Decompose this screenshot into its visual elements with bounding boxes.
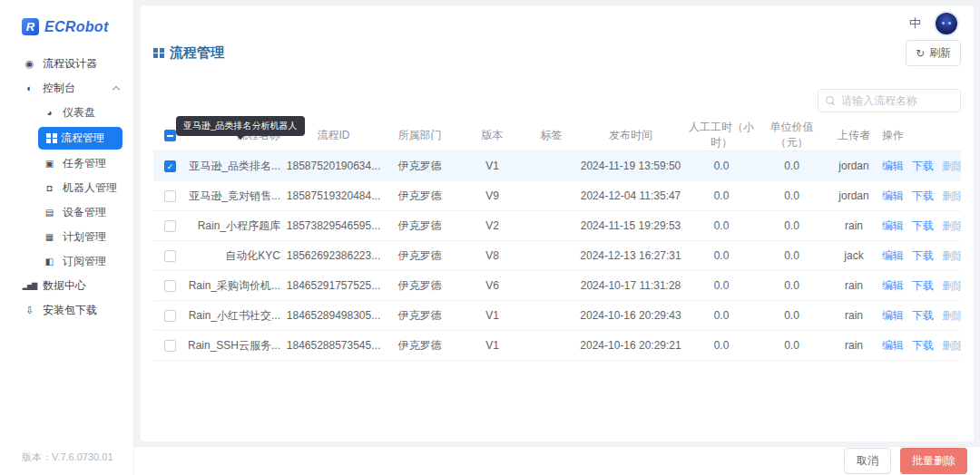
sidebar-item-plan-management[interactable]: ▦ 计划管理 bbox=[0, 225, 133, 249]
edit-link[interactable]: 编辑 bbox=[882, 309, 904, 322]
version-label: 版本：V.7.6.0730.01 bbox=[22, 451, 113, 464]
sidebar-item-package-download[interactable]: ⇩ 安装包下载 bbox=[0, 298, 133, 323]
delete-link[interactable]: 删除 bbox=[942, 219, 961, 232]
cell-dept: 伊克罗德 bbox=[381, 241, 458, 271]
cell-version: V8 bbox=[458, 241, 526, 271]
download-link[interactable]: 下载 bbox=[912, 160, 934, 172]
download-link[interactable]: 下载 bbox=[912, 249, 934, 262]
cell-unit-value: 0.0 bbox=[758, 271, 826, 301]
cell-uploader: rain bbox=[826, 211, 882, 241]
sidebar-item-label: 设备管理 bbox=[63, 205, 106, 220]
cell-labor-hours: 0.0 bbox=[685, 211, 758, 241]
robot-icon: ◘ bbox=[44, 184, 55, 193]
edit-link[interactable]: 编辑 bbox=[882, 249, 904, 262]
grid-icon bbox=[46, 133, 51, 138]
cell-dept: 伊克罗德 bbox=[381, 151, 458, 181]
col-header-uploader: 上传者 bbox=[826, 120, 882, 151]
row-checkbox[interactable] bbox=[164, 250, 176, 262]
cell-uploader: jordan bbox=[826, 151, 882, 181]
cell-version: V1 bbox=[458, 151, 526, 181]
row-checkbox[interactable] bbox=[164, 280, 176, 292]
sidebar-item-dashboard[interactable]: ◕ 仪表盘 bbox=[0, 101, 133, 125]
table-row: 自动化KYC 18562692386223... 伊克罗德 V8 2024-12… bbox=[153, 241, 961, 271]
sidebar: R ECRobot ◉ 流程设计器 ◐ 控制台 ◕ 仪表盘 流程管理 ▣ 任务管… bbox=[0, 0, 134, 475]
table-row: Rain_采购询价机... 18465291757525... 伊克罗德 V6 … bbox=[153, 271, 961, 301]
cell-publish-time: 2024-10-16 20:29:21 bbox=[576, 331, 685, 361]
cell-unit-value: 0.0 bbox=[758, 151, 826, 181]
bar-chart-icon: ▂▅▇ bbox=[24, 283, 35, 290]
delete-link[interactable]: 删除 bbox=[942, 160, 961, 172]
edit-link[interactable]: 编辑 bbox=[882, 160, 904, 172]
row-checkbox[interactable] bbox=[164, 220, 176, 232]
search-box bbox=[818, 89, 961, 112]
delete-link[interactable]: 删除 bbox=[942, 279, 961, 292]
language-toggle[interactable]: 中 bbox=[909, 15, 921, 32]
sidebar-item-process-management[interactable]: 流程管理 bbox=[38, 127, 122, 150]
download-link[interactable]: 下载 bbox=[912, 339, 934, 352]
sidebar-item-label: 流程管理 bbox=[61, 131, 104, 146]
tooltip-text: 亚马逊_品类排名分析机器人 bbox=[183, 121, 298, 131]
download-link[interactable]: 下载 bbox=[912, 189, 934, 202]
edit-link[interactable]: 编辑 bbox=[882, 189, 904, 202]
cell-version: V2 bbox=[458, 211, 526, 241]
cell-labor-hours: 0.0 bbox=[685, 241, 758, 271]
compass-icon: ◉ bbox=[24, 59, 35, 69]
cell-unit-value: 0.0 bbox=[758, 211, 826, 241]
sidebar-item-data-center[interactable]: ▂▅▇ 数据中心 bbox=[0, 274, 133, 298]
process-table: 流程名称 流程ID 所属部门 版本 标签 发布时间 人工工时（小时） 单位价值（… bbox=[153, 120, 961, 361]
cell-id: 18465288573545... bbox=[286, 331, 381, 361]
grid-icon bbox=[153, 48, 158, 53]
sidebar-item-subscription-management[interactable]: ◧ 订阅管理 bbox=[0, 249, 133, 274]
delete-link[interactable]: 删除 bbox=[942, 339, 961, 352]
sidebar-item-console[interactable]: ◐ 控制台 bbox=[0, 76, 133, 101]
row-checkbox[interactable] bbox=[164, 160, 176, 172]
refresh-icon: ↻ bbox=[916, 48, 925, 59]
sidebar-nav: ◉ 流程设计器 ◐ 控制台 ◕ 仪表盘 流程管理 ▣ 任务管理 ◘ 机器人管理 … bbox=[0, 52, 133, 323]
row-checkbox[interactable] bbox=[164, 310, 176, 322]
sidebar-item-process-designer[interactable]: ◉ 流程设计器 bbox=[0, 52, 133, 76]
subscription-icon: ◧ bbox=[44, 257, 55, 267]
search-row bbox=[153, 89, 961, 112]
row-checkbox[interactable] bbox=[164, 190, 176, 202]
sidebar-item-device-management[interactable]: ▤ 设备管理 bbox=[0, 200, 133, 225]
row-name-tooltip: 亚马逊_品类排名分析机器人 bbox=[176, 116, 305, 136]
cell-uploader: jack bbox=[826, 241, 882, 271]
col-header-actions: 操作 bbox=[882, 120, 961, 151]
page-title-text: 流程管理 bbox=[170, 44, 224, 62]
refresh-button[interactable]: ↻ 刷新 bbox=[906, 40, 961, 66]
download-link[interactable]: 下载 bbox=[912, 279, 934, 292]
cell-tag bbox=[526, 301, 576, 331]
refresh-button-label: 刷新 bbox=[929, 45, 951, 61]
search-input[interactable] bbox=[841, 94, 953, 107]
cell-publish-time: 2024-12-13 16:27:31 bbox=[576, 241, 685, 271]
cell-labor-hours: 0.0 bbox=[685, 181, 758, 211]
cell-name: Rain_小红书社交... bbox=[186, 301, 286, 331]
cell-publish-time: 2024-11-15 19:29:53 bbox=[576, 211, 685, 241]
cell-version: V1 bbox=[458, 331, 526, 361]
cell-name: 亚马逊_竞对销售... bbox=[186, 181, 286, 211]
chevron-up-icon[interactable] bbox=[113, 86, 120, 93]
download-link[interactable]: 下载 bbox=[912, 309, 934, 322]
content-card: 中 流程管理 ↻ 刷新 亚马逊_品类排名分析机器人 bbox=[141, 5, 974, 441]
batch-delete-button[interactable]: 批量删除 bbox=[900, 448, 967, 474]
cell-uploader: rain bbox=[826, 301, 882, 331]
cell-labor-hours: 0.0 bbox=[685, 151, 758, 181]
delete-link[interactable]: 删除 bbox=[942, 249, 961, 262]
sidebar-item-label: 安装包下载 bbox=[43, 303, 97, 318]
sidebar-item-label: 数据中心 bbox=[43, 278, 86, 294]
delete-link[interactable]: 删除 bbox=[942, 189, 961, 202]
edit-link[interactable]: 编辑 bbox=[882, 219, 904, 232]
sidebar-item-robot-management[interactable]: ◘ 机器人管理 bbox=[0, 176, 133, 200]
cell-dept: 伊克罗德 bbox=[381, 181, 458, 211]
row-checkbox[interactable] bbox=[164, 340, 176, 352]
cell-dept: 伊克罗德 bbox=[381, 211, 458, 241]
sidebar-item-task-management[interactable]: ▣ 任务管理 bbox=[0, 151, 133, 176]
select-all-checkbox[interactable] bbox=[164, 130, 176, 141]
edit-link[interactable]: 编辑 bbox=[882, 339, 904, 352]
delete-link[interactable]: 删除 bbox=[942, 309, 961, 322]
cancel-button[interactable]: 取消 bbox=[844, 448, 891, 474]
cell-labor-hours: 0.0 bbox=[685, 331, 758, 361]
user-avatar[interactable] bbox=[936, 13, 957, 34]
edit-link[interactable]: 编辑 bbox=[882, 279, 904, 292]
download-link[interactable]: 下载 bbox=[912, 219, 934, 232]
